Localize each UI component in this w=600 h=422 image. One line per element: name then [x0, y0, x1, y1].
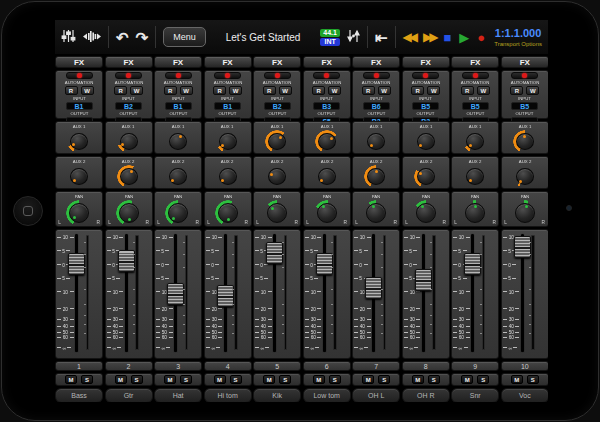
fader-cap[interactable] — [514, 236, 531, 258]
record-arm-button[interactable] — [412, 72, 439, 79]
aux1-section-knob[interactable] — [364, 130, 388, 153]
channel-name-button[interactable]: Bass — [55, 388, 103, 402]
input-value-button[interactable]: B2 — [115, 102, 142, 110]
automation-write-button[interactable]: W — [279, 86, 292, 95]
mute-button[interactable]: M — [115, 375, 127, 384]
stop-button[interactable]: ■ — [443, 31, 451, 44]
aux2-section-knob[interactable] — [117, 165, 141, 188]
solo-button[interactable]: S — [230, 375, 242, 384]
home-button[interactable] — [13, 196, 43, 226]
pan-section-knob[interactable] — [215, 200, 241, 226]
input-value-button[interactable]: B3 — [313, 102, 340, 110]
input-value-button[interactable]: B1 — [66, 102, 93, 110]
aux1-section-knob[interactable] — [265, 130, 289, 153]
channel-name-button[interactable]: Low tom — [303, 388, 351, 402]
return-to-start-button[interactable]: ⇤ — [375, 30, 388, 45]
input-value-button[interactable]: B5 — [412, 102, 439, 110]
fx-button[interactable]: FX — [105, 56, 153, 68]
fader-cap[interactable] — [217, 285, 234, 307]
transport-options-label[interactable]: Transport Options — [494, 41, 542, 47]
input-value-button[interactable]: B6 — [363, 102, 390, 110]
aux2-section-knob[interactable] — [216, 165, 240, 188]
pan-section-knob[interactable] — [66, 200, 92, 226]
channel-name-button[interactable]: Snr — [451, 388, 499, 402]
automation-write-button[interactable]: W — [229, 86, 242, 95]
solo-button[interactable]: S — [329, 375, 341, 384]
aux2-section-knob[interactable] — [463, 165, 487, 188]
automation-read-button[interactable]: R — [510, 86, 523, 95]
fader-cap[interactable] — [118, 250, 135, 272]
solo-button[interactable]: S — [527, 375, 539, 384]
solo-button[interactable]: S — [428, 375, 440, 384]
aux1-section-knob[interactable] — [513, 130, 537, 153]
mute-button[interactable]: M — [65, 375, 77, 384]
mute-button[interactable]: M — [511, 375, 523, 384]
channel-name-button[interactable]: Hi tom — [204, 388, 252, 402]
aux1-section-knob[interactable] — [216, 130, 240, 153]
pan-section-knob[interactable] — [363, 200, 389, 226]
punch-in-out-icon[interactable] — [347, 29, 360, 45]
channel-name-button[interactable]: Voc — [501, 388, 548, 402]
solo-button[interactable]: S — [279, 375, 291, 384]
solo-button[interactable]: S — [378, 375, 390, 384]
fx-button[interactable]: FX — [303, 56, 351, 68]
solo-button[interactable]: S — [180, 375, 192, 384]
automation-read-button[interactable]: R — [263, 86, 276, 95]
aux2-section-knob[interactable] — [414, 165, 438, 188]
pan-section-knob[interactable] — [165, 200, 191, 226]
fx-button[interactable]: FX — [253, 56, 301, 68]
solo-button[interactable]: S — [81, 375, 93, 384]
edit-view-icon[interactable] — [83, 30, 101, 45]
fader-cap[interactable] — [415, 269, 432, 291]
channel-name-button[interactable]: OH R — [402, 388, 450, 402]
solo-button[interactable]: S — [131, 375, 143, 384]
channel-name-button[interactable]: Kik — [253, 388, 301, 402]
automation-read-button[interactable]: R — [312, 86, 325, 95]
mute-button[interactable]: M — [412, 375, 424, 384]
record-arm-button[interactable] — [214, 72, 241, 79]
fast-forward-button[interactable]: ▶▶ — [423, 31, 435, 43]
solo-button[interactable]: S — [477, 375, 489, 384]
aux2-section-knob[interactable] — [315, 165, 339, 188]
pan-section-knob[interactable] — [413, 200, 439, 226]
fader-cap[interactable] — [266, 242, 283, 264]
automation-write-button[interactable]: W — [378, 86, 391, 95]
aux2-section-knob[interactable] — [513, 165, 537, 188]
aux1-section-knob[interactable] — [67, 130, 91, 153]
record-arm-button[interactable] — [462, 72, 489, 79]
automation-write-button[interactable]: W — [130, 86, 143, 95]
automation-read-button[interactable]: R — [164, 86, 177, 95]
pan-section-knob[interactable] — [462, 200, 488, 226]
record-arm-button[interactable] — [363, 72, 390, 79]
automation-write-button[interactable]: W — [180, 86, 193, 95]
mute-button[interactable]: M — [214, 375, 226, 384]
fx-button[interactable]: FX — [501, 56, 548, 68]
record-arm-button[interactable] — [313, 72, 340, 79]
automation-write-button[interactable]: W — [477, 86, 490, 95]
automation-read-button[interactable]: R — [411, 86, 424, 95]
fx-button[interactable]: FX — [352, 56, 400, 68]
aux2-section-knob[interactable] — [67, 165, 91, 188]
record-arm-button[interactable] — [264, 72, 291, 79]
fader-cap[interactable] — [464, 253, 481, 275]
record-arm-button[interactable] — [115, 72, 142, 79]
automation-write-button[interactable]: W — [427, 86, 440, 95]
channel-name-button[interactable]: Hat — [154, 388, 202, 402]
mute-button[interactable]: M — [164, 375, 176, 384]
fader-cap[interactable] — [365, 277, 382, 299]
mixer-view-icon[interactable] — [61, 29, 76, 45]
automation-write-button[interactable]: W — [81, 86, 94, 95]
mute-button[interactable]: M — [313, 375, 325, 384]
record-arm-button[interactable] — [165, 72, 192, 79]
aux2-section-knob[interactable] — [265, 165, 289, 188]
fx-button[interactable]: FX — [402, 56, 450, 68]
aux1-section-knob[interactable] — [166, 130, 190, 153]
mute-button[interactable]: M — [461, 375, 473, 384]
pan-section-knob[interactable] — [116, 200, 142, 226]
fx-button[interactable]: FX — [55, 56, 103, 68]
pan-section-knob[interactable] — [314, 200, 340, 226]
channel-name-button[interactable]: OH L — [352, 388, 400, 402]
automation-read-button[interactable]: R — [213, 86, 226, 95]
aux2-section-knob[interactable] — [166, 165, 190, 188]
input-value-button[interactable]: B5 — [511, 102, 538, 110]
